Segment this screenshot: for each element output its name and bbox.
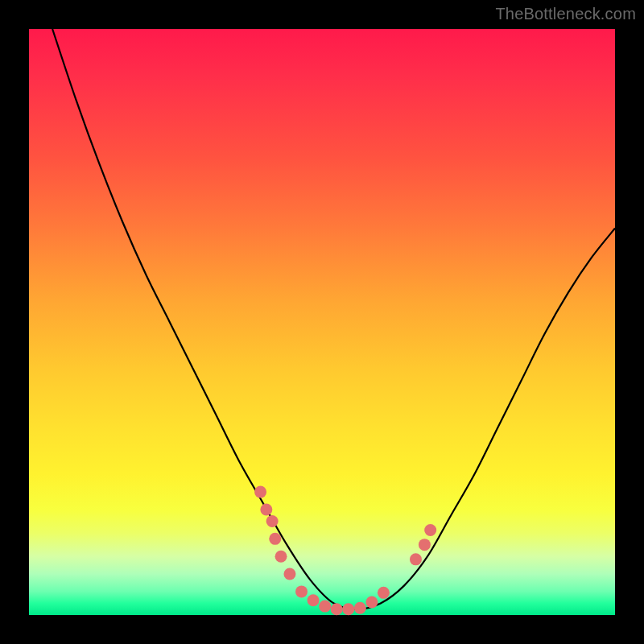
curve-marker <box>410 553 422 565</box>
watermark-text: TheBottleneck.com <box>495 5 636 23</box>
curve-marker <box>331 603 343 615</box>
curve-marker <box>308 594 320 606</box>
curve-marker <box>354 602 366 614</box>
curve-marker <box>254 486 266 498</box>
curve-marker <box>275 551 287 563</box>
curve-marker <box>378 587 390 599</box>
curve-marker <box>266 515 279 527</box>
curve-marker <box>342 603 354 615</box>
curve-marker <box>295 585 308 597</box>
curve-marker <box>424 524 436 536</box>
curve-marker <box>283 568 295 580</box>
curve-marker <box>419 539 431 551</box>
curve-marker <box>319 601 331 613</box>
bottleneck-curve <box>52 29 615 609</box>
curve-marker <box>260 503 272 515</box>
curve-marker <box>365 596 378 608</box>
curve-marker <box>269 533 281 545</box>
chart-svg <box>29 29 615 615</box>
chart-frame: TheBottleneck.com <box>0 0 644 644</box>
marker-group <box>254 486 436 616</box>
plot-area <box>29 29 615 615</box>
